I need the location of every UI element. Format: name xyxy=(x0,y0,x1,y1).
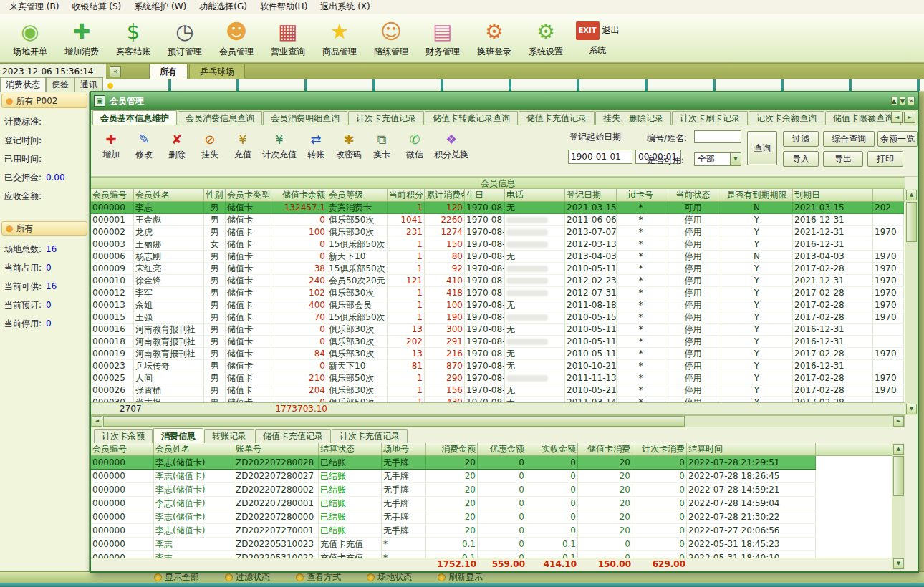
venue-tab[interactable]: 所有 xyxy=(149,64,188,79)
start-date-input[interactable] xyxy=(568,150,632,164)
menu-item[interactable]: 系统维护 (W) xyxy=(127,0,193,14)
sidebar-tab[interactable]: 通讯 xyxy=(74,77,103,92)
dialog-titlebar[interactable]: ▣ 会员管理 ▲▼✕ xyxy=(91,92,918,110)
combined-query-button[interactable]: 综合查询 xyxy=(823,131,875,147)
close-button[interactable]: ✕ xyxy=(908,97,915,105)
column-header[interactable]: 会员姓名 xyxy=(154,443,234,455)
scroll-right-icon[interactable]: ► xyxy=(893,416,904,427)
column-header[interactable]: 结算时间 xyxy=(687,443,816,455)
column-header[interactable]: 当前积分 xyxy=(388,189,425,201)
column-header[interactable]: 优惠金额 xyxy=(478,443,526,455)
table-row[interactable]: 000018河南教育报刊社男储值卡0俱乐部30次2022911970-08-02… xyxy=(91,336,904,348)
minimize-button[interactable]: ▼ xyxy=(900,97,906,105)
print-button[interactable]: 打印 xyxy=(867,151,903,167)
action-button[interactable]: ⊘ 挂失 xyxy=(194,130,226,162)
table-row[interactable]: 000000李志(储值卡)ZD202207280028已结账无手牌2000200… xyxy=(91,456,816,470)
dialog-tab[interactable]: 挂失、删除记录 xyxy=(595,111,671,125)
scrollbar-thumb[interactable] xyxy=(906,202,917,242)
table-row[interactable]: 000025人间男储值卡210俱乐部50次12901970-08-02011-1… xyxy=(91,372,904,384)
table-row[interactable]: 000006杨志刚男储值卡0新天下101801970-08-0无2013-04-… xyxy=(91,251,904,263)
table-row[interactable]: 000000李志(储值卡)ZD202207270001已结账无手牌2000200… xyxy=(91,524,816,538)
table-row[interactable]: 000015王强男储值卡7015俱乐部50次11901970-08-02010-… xyxy=(91,311,904,324)
dialog-tab[interactable]: 记次卡余额查询 xyxy=(749,111,824,125)
toolbar-button[interactable]: ☻ 会员管理 xyxy=(211,16,262,62)
toolbar-button[interactable]: $ 宾客结账 xyxy=(107,16,159,62)
detail-tab[interactable]: 储值卡充值记录 xyxy=(255,429,331,443)
column-header[interactable]: 生日 xyxy=(465,189,505,201)
toolbar-button[interactable]: ☺ 陪练管理 xyxy=(365,16,417,62)
column-header[interactable]: 储值卡消费 xyxy=(578,443,632,455)
column-header[interactable]: 会员等级 xyxy=(327,189,388,201)
toolbar-button[interactable]: ★ 商品管理 xyxy=(314,16,365,62)
table-row[interactable]: 000001王金彪男储值卡0俱乐部50次104122601970-08-0201… xyxy=(91,214,904,226)
dialog-tab[interactable]: 会员基本信息维护 xyxy=(92,110,177,125)
table-row[interactable]: 000010徐金锋男储值卡240会员50次20元1214101970-08-02… xyxy=(91,275,904,287)
table-row[interactable]: 000002龙虎男储值卡100俱乐部30次23112741970-08-0201… xyxy=(91,226,904,238)
dialog-tab[interactable]: 储值卡转账记录查询 xyxy=(425,111,518,125)
action-button[interactable]: ⇄ 转账 xyxy=(300,130,332,162)
toolbar-button[interactable]: ◉ 场地开单 xyxy=(4,16,56,62)
rollup-button[interactable]: ▲ xyxy=(891,97,897,105)
column-header[interactable] xyxy=(873,189,904,201)
table-row[interactable]: 000026张霄桶男储值卡204俱乐部30次11561970-08-0无2010… xyxy=(91,384,904,397)
table-row[interactable]: 000023乒坛传奇男储值卡0新天下10818701970-08-0无2010-… xyxy=(91,360,904,372)
table-row[interactable]: 000012李军男储值卡102俱乐部30次14181970-08-02012-0… xyxy=(91,287,904,299)
menu-item[interactable]: 来宾管理 (B) xyxy=(3,0,65,14)
status-bar-item[interactable]: 场地状态 xyxy=(367,571,412,583)
balance-overview-button[interactable]: 余额一览 xyxy=(877,131,918,147)
toolbar-button[interactable]: ▤ 财务管理 xyxy=(417,16,468,62)
scroll-down-icon[interactable]: ▼ xyxy=(893,558,904,569)
column-header[interactable]: 消费金额 xyxy=(426,443,478,455)
sidebar-tab[interactable]: 消费状态 xyxy=(0,77,46,92)
detail-tab[interactable]: 转账记录 xyxy=(204,429,254,443)
table-row[interactable]: 000030尚大坦男储值卡0俱乐部50次14301970-08-0无2011-0… xyxy=(91,397,904,402)
menu-item[interactable]: 功能选择(G) xyxy=(193,0,254,14)
action-button[interactable]: ❖ 积分兑换 xyxy=(432,130,471,162)
horizontal-scrollbar[interactable]: ◄ ► xyxy=(91,415,905,427)
toolbar-button[interactable]: ✚ 增加消费 xyxy=(56,16,107,62)
toolbar-button[interactable]: ◷ 预订管理 xyxy=(159,16,211,62)
menu-item[interactable]: 退出系统 (X) xyxy=(314,0,376,14)
scroll-down-icon[interactable]: ▼ xyxy=(906,404,917,414)
detail-tab[interactable]: 计次卡余额 xyxy=(94,429,153,443)
status-bar-item[interactable]: 过滤状态 xyxy=(225,571,270,583)
action-button[interactable]: ⧉ 换卡 xyxy=(366,130,398,162)
action-button[interactable]: ✎ 修改 xyxy=(128,130,160,162)
action-button[interactable]: ✘ 删除 xyxy=(161,130,193,162)
scrollbar-thumb[interactable] xyxy=(103,416,685,427)
table-row[interactable]: 000000李志男储值卡132457.1贵宾消费卡11201970-08-0无2… xyxy=(91,202,904,214)
column-header[interactable]: 到期日 xyxy=(793,189,873,201)
toolbar-button[interactable]: ▦ 营业查询 xyxy=(262,16,314,62)
detail-tab[interactable]: 消费信息 xyxy=(153,428,203,443)
dialog-tab[interactable]: 会员消费信息查询 xyxy=(178,111,262,125)
table-row[interactable]: 000009宋红亮男储值卡3815俱乐部50次1921970-08-02010-… xyxy=(91,263,904,275)
venue-tab[interactable]: 乒乓球场 xyxy=(189,64,245,79)
table-row[interactable]: 000016河南教育报刊社男储值卡0俱乐部30次133001970-08-0无2… xyxy=(91,324,904,336)
scroll-up-icon[interactable]: ▲ xyxy=(893,444,904,455)
column-header[interactable]: 登记日期 xyxy=(565,189,617,201)
action-button[interactable]: ✆ 微信 xyxy=(399,130,430,162)
filter-button[interactable]: 过滤 xyxy=(783,131,819,147)
table-row[interactable]: 000000李志(储值卡)ZD202207280000已结账无手牌2000200… xyxy=(91,510,816,524)
column-header[interactable]: 电话 xyxy=(505,189,565,201)
dialog-tab[interactable]: 计次卡刷卡记录 xyxy=(672,111,748,125)
column-header[interactable]: 会员姓名 xyxy=(134,189,204,201)
action-button[interactable]: ¥ 充值 xyxy=(227,130,259,162)
tab-scroll-left-icon[interactable]: ◄ xyxy=(891,112,903,123)
table-row[interactable]: 000000李志ZD202205310023充值卡充值*0.100.100202… xyxy=(91,538,816,551)
dialog-tab[interactable]: 会员消费明细查询 xyxy=(263,111,347,125)
table-row[interactable]: 000013余姐男储值卡400俱乐部会员11001970-08-0无2011-0… xyxy=(91,299,904,311)
column-header[interactable]: 会员编号 xyxy=(91,443,154,455)
scrollbar-thumb[interactable] xyxy=(893,456,904,496)
column-header[interactable]: 实收金额 xyxy=(526,443,578,455)
scroll-left-icon[interactable]: ◄ xyxy=(92,416,102,427)
table-row[interactable]: 000019河南教育报刊社男储值卡84俱乐部30次132161970-08-0无… xyxy=(91,348,904,360)
action-button[interactable]: ✚ 增加 xyxy=(95,130,127,162)
column-header[interactable]: 储值卡余额 xyxy=(271,189,327,201)
column-header[interactable]: 累计消费金额 xyxy=(425,189,465,201)
tab-scroll-right-icon[interactable]: ► xyxy=(904,112,915,123)
export-button[interactable]: 导出 xyxy=(823,151,863,167)
menu-item[interactable]: 软件帮助(H) xyxy=(254,0,314,14)
status-bar-item[interactable]: 刷新显示 xyxy=(438,571,483,583)
sidebar-tab[interactable]: 便签 xyxy=(46,77,74,92)
